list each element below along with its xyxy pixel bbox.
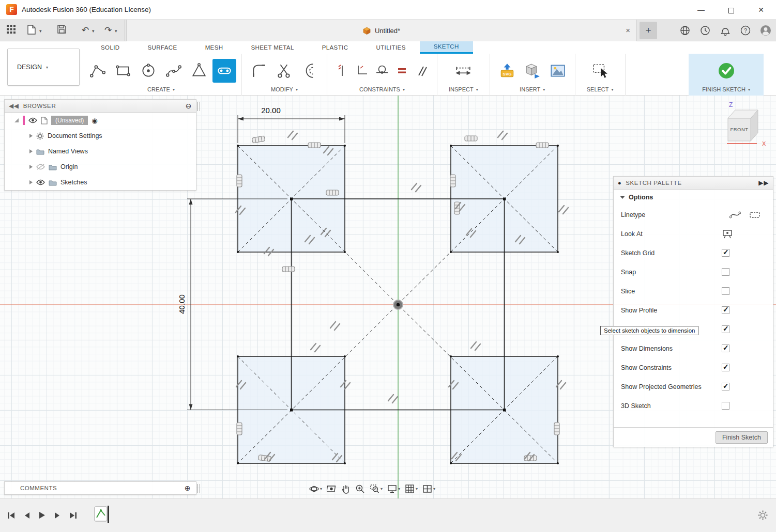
timeline-settings-gear-icon[interactable] <box>758 510 768 522</box>
insert-mesh-tool[interactable] <box>521 59 544 83</box>
polygon-tool[interactable] <box>187 59 211 83</box>
rectangle-tool[interactable] <box>111 59 135 83</box>
tab-utilities[interactable]: UTILITIES <box>362 41 419 54</box>
viewports-button[interactable]: ▾ <box>422 484 435 494</box>
play-button[interactable] <box>39 511 45 519</box>
measure-tool[interactable] <box>451 59 475 83</box>
redo-chevron-icon[interactable]: ▾ <box>115 28 117 34</box>
constraints-dropdown[interactable]: CONSTRAINTS▾ <box>359 86 405 93</box>
slot-tool[interactable] <box>212 59 236 83</box>
canvas-image-tool[interactable] <box>546 59 570 83</box>
zoom-window-chevron-icon[interactable]: ▾ <box>381 487 383 491</box>
viewports-chevron-icon[interactable]: ▾ <box>433 487 435 491</box>
browser-grip[interactable] <box>197 102 200 111</box>
root-expand-icon[interactable] <box>14 118 19 123</box>
line-tool[interactable] <box>86 59 110 83</box>
undo-icon[interactable]: ↶ <box>80 25 91 36</box>
centerline-linetype-icon[interactable] <box>749 210 760 220</box>
orbit-button[interactable]: ▾ <box>309 484 322 494</box>
collinear-constraint-tool[interactable] <box>353 61 371 80</box>
step-forward-button[interactable] <box>54 512 60 519</box>
slice-checkbox[interactable] <box>722 287 729 295</box>
visibility-eye-icon[interactable] <box>36 179 45 185</box>
palette-row-snap[interactable]: Snap <box>614 262 773 281</box>
create-dropdown[interactable]: CREATE▾ <box>147 86 175 93</box>
view-cube[interactable]: Z FRONT X <box>717 100 774 151</box>
skip-to-end-button[interactable] <box>69 512 77 519</box>
circle-tool[interactable] <box>136 59 160 83</box>
palette-row-3d-sketch[interactable]: 3D Sketch <box>614 396 773 415</box>
finish-sketch-button[interactable] <box>714 59 738 83</box>
spline-tool[interactable] <box>162 59 186 83</box>
display-settings-chevron-icon[interactable]: ▾ <box>398 487 400 491</box>
comments-bar[interactable]: COMMENTS ⊕ <box>4 481 196 495</box>
dimension-horizontal-value[interactable]: 20.00 <box>261 106 281 115</box>
expand-chevron-icon[interactable] <box>29 149 33 153</box>
step-back-button[interactable] <box>24 512 30 519</box>
comments-grip[interactable] <box>197 484 200 493</box>
show-points-checkbox[interactable] <box>722 325 729 333</box>
minimize-button[interactable]: — <box>686 0 716 20</box>
redo-icon[interactable]: ↷ <box>102 25 114 36</box>
vertical-constraint-tool[interactable] <box>332 61 351 80</box>
parallel-constraint-tool[interactable] <box>413 61 432 80</box>
browser-root-row[interactable]: (Unsaved) ◉ <box>5 113 196 128</box>
comments-expand-icon[interactable]: ⊕ <box>185 484 191 492</box>
new-tab-button[interactable]: + <box>640 22 657 39</box>
zoom-window-button[interactable]: ▾ <box>370 484 383 494</box>
palette-row-show-constraints[interactable]: Show Constraints <box>614 358 773 377</box>
palette-row-show-projected[interactable]: Show Projected Geometries <box>614 377 773 396</box>
snap-checkbox[interactable] <box>722 268 729 276</box>
browser-item-document-settings[interactable]: Document Settings <box>5 128 196 144</box>
show-projected-checkbox[interactable] <box>722 383 729 390</box>
close-button[interactable]: ✕ <box>746 0 776 20</box>
grid-snaps-button[interactable]: ▾ <box>405 484 418 494</box>
sketch-grid-checkbox[interactable] <box>722 249 729 257</box>
file-menu-chevron-icon[interactable]: ▾ <box>39 28 42 34</box>
finish-sketch-dropdown[interactable]: FINISH SKETCH▾ <box>702 86 750 93</box>
activate-radio-icon[interactable]: ◉ <box>92 117 97 124</box>
orbit-chevron-icon[interactable]: ▾ <box>320 487 322 491</box>
palette-row-show-dimensions[interactable]: Show Dimensions <box>614 339 773 358</box>
tab-solid[interactable]: SOLID <box>87 41 134 54</box>
inspect-dropdown[interactable]: INSPECT▾ <box>449 86 478 93</box>
tab-close-icon[interactable]: × <box>626 20 630 41</box>
palette-row-sketch-grid[interactable]: Sketch Grid <box>614 243 773 262</box>
browser-item-named-views[interactable]: Named Views <box>5 144 196 159</box>
notifications-bell-icon[interactable] <box>718 23 733 38</box>
extensions-globe-icon[interactable] <box>678 23 692 38</box>
workspace-selector[interactable]: DESIGN ▾ <box>7 49 80 86</box>
insert-dropdown[interactable]: INSERT▾ <box>520 86 545 93</box>
maximize-button[interactable] <box>716 0 746 20</box>
expand-chevron-icon[interactable] <box>29 180 33 184</box>
equal-constraint-tool[interactable] <box>393 61 412 80</box>
palette-row-show-profile[interactable]: Show Profile <box>614 301 773 320</box>
app-grid-icon[interactable] <box>5 25 17 36</box>
3d-sketch-checkbox[interactable] <box>722 402 729 410</box>
expand-chevron-icon[interactable] <box>29 134 33 138</box>
document-tab[interactable]: Untitled* × <box>126 20 637 41</box>
show-dimensions-checkbox[interactable] <box>722 345 729 352</box>
insert-svg-tool[interactable]: SVG <box>495 59 519 83</box>
select-dropdown[interactable]: SELECT▾ <box>587 86 614 93</box>
select-tool[interactable] <box>588 59 612 83</box>
skip-to-start-button[interactable] <box>7 512 15 519</box>
dimension-vertical-value[interactable]: 40.00 <box>177 294 186 314</box>
expand-chevron-icon[interactable] <box>29 165 33 169</box>
user-avatar[interactable] <box>758 23 773 38</box>
browser-item-sketches[interactable]: Sketches <box>5 175 196 190</box>
tab-mesh[interactable]: MESH <box>191 41 237 54</box>
fillet-tool[interactable] <box>247 59 271 83</box>
visibility-eye-icon[interactable] <box>28 117 37 123</box>
tab-surface[interactable]: SURFACE <box>134 41 191 54</box>
document-name[interactable]: (Unsaved) <box>51 116 88 125</box>
viewport[interactable]: 20.00 40.00 Z FRONT X ◀◀ BROWSER <box>0 96 776 498</box>
help-icon[interactable]: ? <box>738 23 753 38</box>
undo-chevron-icon[interactable]: ▾ <box>92 28 95 34</box>
construction-linetype-icon[interactable] <box>729 210 741 220</box>
tangent-constraint-tool[interactable] <box>373 61 391 80</box>
options-section-header[interactable]: Options <box>614 190 773 205</box>
tab-sketch[interactable]: SKETCH <box>420 41 473 54</box>
job-status-clock-icon[interactable] <box>698 23 712 38</box>
display-settings-button[interactable]: ▾ <box>387 484 400 494</box>
